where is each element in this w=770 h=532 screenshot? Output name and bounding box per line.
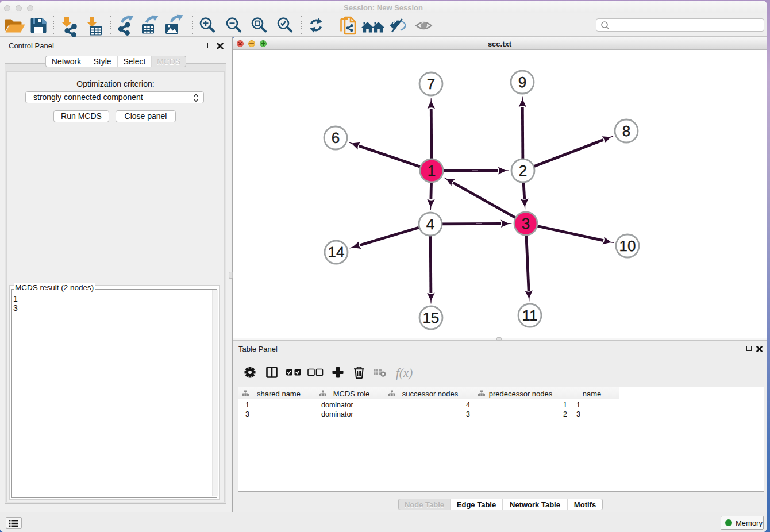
svg-text:7: 7 — [427, 75, 435, 92]
svg-text:10: 10 — [619, 237, 636, 255]
svg-text:3: 3 — [522, 215, 530, 232]
svg-text:4: 4 — [426, 215, 434, 233]
svg-text:8: 8 — [622, 122, 630, 140]
svg-text:15: 15 — [422, 309, 439, 326]
svg-text:6: 6 — [332, 129, 340, 147]
svg-text:1: 1 — [428, 162, 436, 179]
svg-text:2: 2 — [519, 162, 527, 179]
svg-text:f(x): f(x) — [396, 366, 413, 380]
svg-text:14: 14 — [328, 244, 344, 261]
svg-text:11: 11 — [522, 307, 537, 324]
svg-text:9: 9 — [518, 74, 526, 91]
